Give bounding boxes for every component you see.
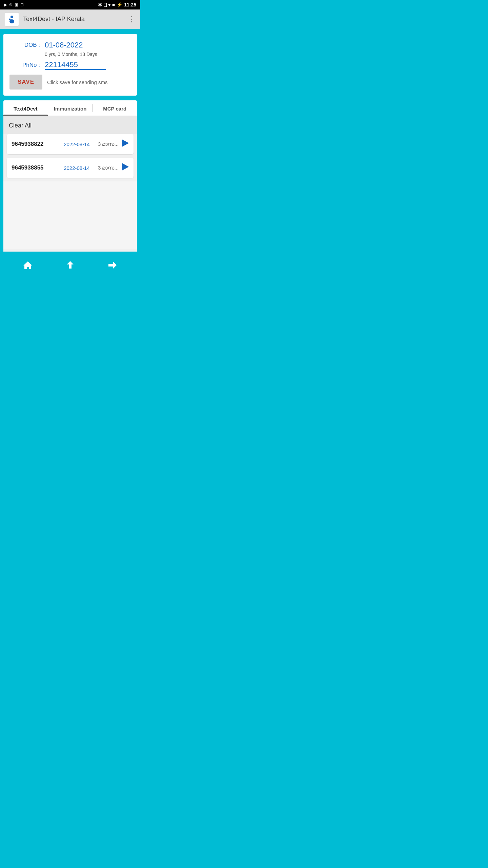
send-arrow-icon-1 [122, 139, 129, 147]
back-icon [107, 260, 118, 270]
tabs-row: Text4Devt Immunization MCP card [3, 100, 137, 116]
clear-all-button[interactable]: Clear All [3, 116, 137, 134]
phone-input[interactable] [45, 60, 106, 70]
tab-text4devt[interactable]: Text4Devt [3, 100, 48, 116]
home-icon [23, 260, 33, 270]
svg-marker-4 [67, 261, 74, 269]
msg-type-2: 3 മാസ... [98, 165, 119, 171]
send-button-1[interactable] [122, 139, 129, 149]
vibrate-icon: ⎕ [104, 2, 106, 7]
main-content: DOB : 01-08-2022 0 yrs, 0 Months, 13 Day… [0, 29, 140, 256]
notification-icon-2: ▣ [15, 2, 18, 7]
msg-date-2: 2022-08-14 [56, 165, 98, 171]
dob-value: 01-08-2022 [45, 41, 83, 50]
tab-immunization[interactable]: Immunization [48, 100, 93, 116]
phone-row: PhNo : [9, 60, 131, 70]
share-icon [65, 260, 75, 270]
svg-point-0 [11, 16, 13, 18]
save-hint: Click save for sending sms [47, 79, 107, 85]
notification-icon-3: ⊡ [20, 2, 24, 7]
dob-age: 0 yrs, 0 Months, 13 Days [45, 52, 131, 57]
nav-home-item[interactable] [23, 260, 33, 270]
message-item-2: 9645938855 2022-08-14 3 മാസ... [7, 158, 134, 178]
save-button[interactable]: SAVE [9, 75, 42, 90]
overflow-menu-button[interactable]: ⋮ [128, 15, 136, 24]
nav-back-item[interactable] [107, 260, 118, 270]
phno-label: PhNo : [9, 62, 40, 68]
patient-form-card: DOB : 01-08-2022 0 yrs, 0 Months, 13 Day… [3, 34, 137, 96]
battery-icon: ⚡ [117, 2, 122, 7]
empty-content-area [3, 181, 137, 249]
message-list: 9645938822 2022-08-14 3 മാസ... 964593885… [3, 134, 137, 178]
nav-share-item[interactable] [65, 260, 75, 270]
signal-icon: ■ [112, 2, 115, 7]
send-arrow-icon-2 [122, 163, 129, 171]
tab-content-text4devt: Clear All 9645938822 2022-08-14 3 മാസ...… [3, 116, 137, 252]
dob-label: DOB : [9, 42, 40, 48]
msg-type-1: 3 മാസ... [98, 141, 119, 147]
bottom-navigation [0, 256, 140, 274]
app-bar: Text4Devt - IAP Kerala ⋮ [0, 9, 140, 29]
save-row: SAVE Click save for sending sms [9, 75, 131, 90]
msg-date-1: 2022-08-14 [56, 141, 98, 147]
message-item-1: 9645938822 2022-08-14 3 മാസ... [7, 134, 134, 154]
send-button-2[interactable] [122, 163, 129, 173]
clock: 11:25 [124, 2, 136, 7]
status-bar: ▶ ⊕ ▣ ⊡ ✱ ⎕ ▾ ■ ⚡ 11:25 [0, 0, 140, 9]
dob-row: DOB : 01-08-2022 [9, 41, 131, 50]
svg-point-2 [9, 18, 11, 20]
notification-icon-1: ⊕ [9, 2, 13, 7]
app-logo [5, 12, 19, 26]
svg-marker-3 [23, 261, 32, 269]
app-title: Text4Devt - IAP Kerala [23, 16, 128, 23]
tabs-container: Text4Devt Immunization MCP card Clear Al… [3, 100, 137, 252]
tab-mcpcard[interactable]: MCP card [93, 100, 137, 116]
youtube-icon: ▶ [4, 2, 7, 7]
svg-marker-5 [108, 262, 117, 269]
msg-phone-1: 9645938822 [12, 141, 56, 147]
wifi-icon: ▾ [108, 2, 110, 7]
status-left-icons: ▶ ⊕ ▣ ⊡ [4, 2, 24, 7]
status-right-icons: ✱ ⎕ ▾ ■ ⚡ 11:25 [98, 2, 136, 7]
msg-phone-2: 9645938855 [12, 164, 56, 171]
bluetooth-icon: ✱ [98, 2, 102, 7]
